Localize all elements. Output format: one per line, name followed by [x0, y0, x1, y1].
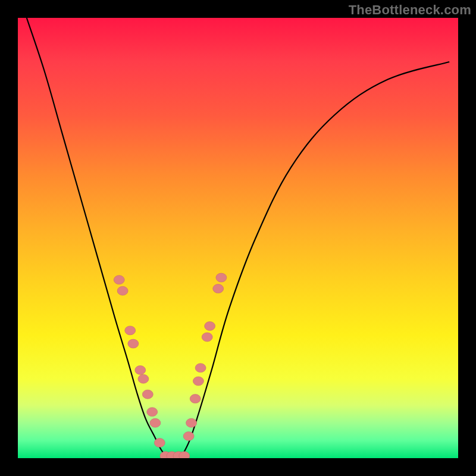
curve-group	[27, 18, 449, 458]
bead-marker	[142, 390, 153, 399]
bead-marker	[147, 408, 158, 416]
bead-marker	[128, 339, 139, 348]
bead-marker	[138, 374, 149, 383]
bead-marker	[195, 364, 206, 372]
bead-marker	[186, 418, 197, 427]
watermark-text: TheBottleneck.com	[349, 2, 471, 18]
bead-marker	[150, 418, 161, 427]
bead-marker	[205, 322, 215, 331]
bead-marker	[125, 326, 136, 335]
chart-frame: TheBottleneck.com	[0, 0, 476, 476]
plot-area	[18, 18, 458, 458]
bead-marker	[213, 284, 224, 293]
bead-marker	[114, 275, 124, 284]
right-curve	[181, 62, 449, 458]
bead-group	[114, 273, 227, 458]
bead-marker	[216, 273, 227, 282]
chart-svg	[18, 18, 458, 458]
bead-marker	[202, 333, 212, 342]
bead-marker	[183, 432, 194, 441]
bead-marker	[135, 366, 146, 375]
bead-marker	[190, 394, 201, 403]
bead-marker	[117, 286, 128, 295]
bead-marker	[154, 439, 165, 447]
bead-marker	[193, 377, 203, 386]
